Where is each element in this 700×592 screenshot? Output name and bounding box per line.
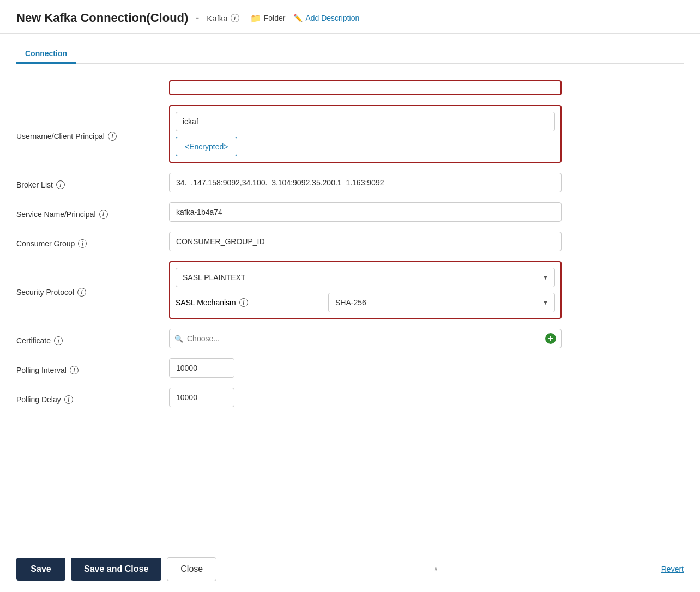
consumer-group-info-icon[interactable]: i — [78, 239, 87, 248]
polling-delay-row: Polling Delay i 10000 — [16, 388, 562, 407]
footer: Save Save and Close Close ∧ Revert — [0, 546, 700, 592]
polling-interval-input[interactable]: 10000 — [169, 358, 234, 378]
certificate-label: Certificate i — [16, 332, 158, 345]
sasl-mechanism-wrapper: SHA-256 SHA-512 PLAIN GSSAPI — [328, 293, 555, 312]
header: New Kafka Connection(Cloud) - Kafka i 📁 … — [0, 0, 700, 34]
scroll-indicator: ∧ — [433, 565, 438, 573]
polling-interval-label: Polling Interval i — [16, 361, 158, 374]
kafka-label: Kafka — [207, 14, 227, 23]
polling-delay-field: 10000 — [169, 388, 234, 407]
security-protocol-wrapper: SASL PLAINTEXT PLAINTEXT SSL SASL_SSL — [176, 268, 555, 287]
tab-connection[interactable]: Connection — [16, 45, 76, 64]
security-sasl-group-row: Security Protocol i SASL PLAINTEXT PLAIN… — [16, 261, 562, 319]
username-input[interactable] — [176, 112, 555, 131]
folder-button[interactable]: 📁 Folder — [250, 13, 286, 23]
consumer-group-label: Consumer Group i — [16, 235, 158, 248]
add-description-label: Add Description — [305, 14, 359, 22]
security-protocol-label: Security Protocol i — [16, 283, 158, 297]
certificate-field: 🔍 + — [169, 329, 562, 348]
service-name-input[interactable]: kafka-1b4a74 — [169, 202, 562, 222]
sasl-mechanism-label: SASL Mechanism i — [176, 298, 317, 307]
close-button[interactable]: Close — [167, 557, 216, 581]
service-name-row: Service Name/Principal i kafka-1b4a74 — [16, 202, 562, 222]
save-close-button[interactable]: Save and Close — [71, 558, 161, 581]
username-password-group — [16, 80, 562, 95]
broker-list-label: Broker List i — [16, 176, 158, 189]
page-container: New Kafka Connection(Cloud) - Kafka i 📁 … — [0, 0, 700, 592]
folder-label: Folder — [264, 14, 286, 22]
save-button[interactable]: Save — [16, 558, 65, 581]
tabs-bar: Connection — [16, 45, 684, 64]
polling-interval-field: 10000 — [169, 358, 234, 378]
consumer-group-input[interactable]: CONSUMER_GROUP_ID — [169, 232, 562, 251]
polling-interval-row: Polling Interval i 10000 — [16, 358, 562, 378]
broker-list-info-icon[interactable]: i — [56, 180, 65, 189]
certificate-add-icon[interactable]: + — [545, 333, 556, 344]
header-separator: - — [196, 13, 199, 24]
search-icon: 🔍 — [174, 335, 183, 343]
add-description-button[interactable]: ✏️ Add Description — [293, 14, 359, 22]
sasl-mechanism-inner-row: SASL Mechanism i SHA-256 SHA-512 PLAIN G… — [176, 293, 555, 312]
polling-delay-input[interactable]: 10000 — [169, 388, 234, 407]
broker-list-row: Broker List i 34. .147.158:9092,34.100. … — [16, 173, 562, 192]
certificate-info-icon[interactable]: i — [54, 336, 63, 345]
page-title: New Kafka Connection(Cloud) — [16, 11, 188, 25]
sasl-mechanism-select[interactable]: SHA-256 SHA-512 PLAIN GSSAPI — [328, 293, 555, 312]
username-row: Username/Client Principal i <Encrypted> — [16, 105, 562, 163]
security-protocol-row: Security Protocol i SASL PLAINTEXT PLAIN… — [16, 261, 562, 319]
polling-interval-info-icon[interactable]: i — [70, 366, 79, 374]
consumer-group-row: Consumer Group i CONSUMER_GROUP_ID — [16, 232, 562, 251]
service-name-field: kafka-1b4a74 — [169, 202, 562, 222]
certificate-search-wrapper: 🔍 + — [169, 329, 562, 348]
pencil-icon: ✏️ — [293, 14, 303, 22]
certificate-row: Certificate i 🔍 + — [16, 329, 562, 348]
kafka-info-icon[interactable]: i — [231, 14, 239, 22]
security-protocol-info-icon[interactable]: i — [77, 288, 86, 297]
username-label: Username/Client Principal i — [16, 128, 158, 141]
sasl-mechanism-info-icon[interactable]: i — [239, 298, 248, 307]
broker-list-field: 34. .147.158:9092,34.100. 3.104:9092,35.… — [169, 173, 562, 192]
certificate-search-input[interactable] — [169, 329, 562, 348]
service-name-info-icon[interactable]: i — [99, 210, 108, 219]
username-info-icon[interactable]: i — [108, 132, 117, 141]
encrypted-button[interactable]: <Encrypted> — [176, 137, 237, 156]
content-area: Connection Username/Client Principal — [0, 34, 700, 546]
username-row — [16, 80, 562, 95]
red-group-username-password: Username/Client Principal i <Encrypted> — [16, 105, 562, 163]
security-protocol-select[interactable]: SASL PLAINTEXT PLAINTEXT SSL SASL_SSL — [176, 268, 555, 287]
revert-button[interactable]: Revert — [661, 565, 684, 573]
form-section: Username/Client Principal i <Encrypted> — [16, 80, 562, 407]
polling-delay-info-icon[interactable]: i — [64, 395, 73, 404]
consumer-group-field: CONSUMER_GROUP_ID — [169, 232, 562, 251]
polling-delay-label: Polling Delay i — [16, 391, 158, 404]
folder-icon: 📁 — [250, 13, 261, 23]
kafka-badge: Kafka i — [207, 14, 239, 23]
password-row-inner: <Encrypted> — [176, 137, 555, 156]
service-name-label: Service Name/Principal i — [16, 206, 158, 219]
broker-list-input[interactable]: 34. .147.158:9092,34.100. 3.104:9092,35.… — [169, 173, 562, 192]
